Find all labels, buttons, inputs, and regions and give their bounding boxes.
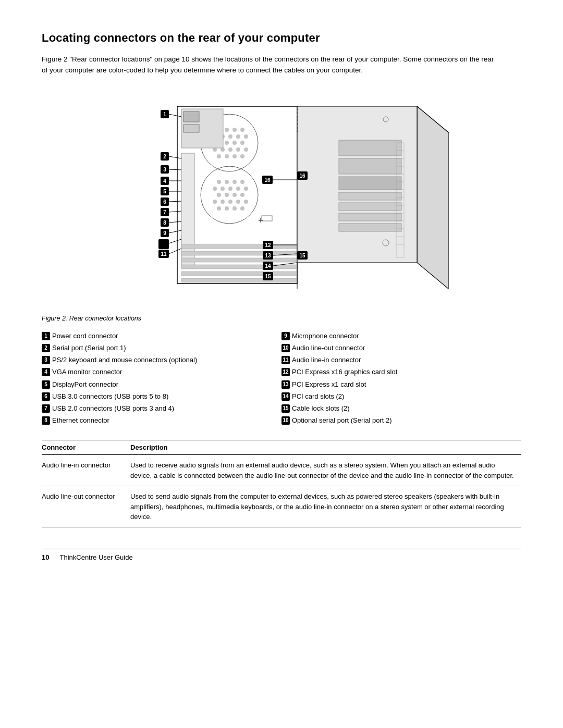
connector-item-label: Optional serial port (Serial port 2) <box>292 416 391 425</box>
svg-point-44 <box>213 200 217 204</box>
connector-item: 6USB 3.0 connectors (USB ports 5 to 8) <box>42 392 282 401</box>
num-badge: 8 <box>42 416 50 425</box>
connector-item-label: Audio line-in connector <box>292 355 361 365</box>
num-badge: 11 <box>282 356 290 364</box>
svg-rect-89 <box>181 278 297 282</box>
connector-item-label: Power cord connector <box>52 331 118 341</box>
connector-item-label: PS/2 keyboard and mouse connectors (opti… <box>52 355 197 365</box>
svg-rect-90 <box>158 241 169 249</box>
svg-point-51 <box>232 206 237 211</box>
svg-rect-100 <box>339 224 401 231</box>
connector-item-label: Ethernet connector <box>52 416 109 425</box>
table-row: Audio line-in connector Used to receive … <box>42 455 521 486</box>
svg-line-59 <box>169 169 181 170</box>
connector-list-right: 9Microphone connector10Audio line-out co… <box>282 331 521 426</box>
svg-point-49 <box>217 206 221 211</box>
svg-point-35 <box>213 187 217 191</box>
svg-point-43 <box>240 193 244 197</box>
svg-point-12 <box>225 141 229 145</box>
table-cell-description: Used to receive audio signals from an ex… <box>130 455 521 486</box>
num-badge: 2 <box>42 344 50 352</box>
connector-item: 2Serial port (Serial port 1) <box>42 343 282 353</box>
connector-item-label: PCI Express x1 card slot <box>292 380 366 389</box>
connector-item: 10Audio line-out connector <box>282 343 521 353</box>
svg-line-56 <box>169 156 181 158</box>
connector-item: 1Power cord connector <box>42 331 282 341</box>
table-cell-description: Used to send audio signals from the comp… <box>130 486 521 528</box>
svg-point-39 <box>244 187 248 191</box>
svg-point-19 <box>244 147 248 152</box>
connector-item: 11Audio line-in connector <box>282 355 521 365</box>
svg-text:9: 9 <box>163 230 166 236</box>
num-badge: 6 <box>42 392 50 401</box>
connector-item-label: PCI Express x16 graphics card slot <box>292 367 397 377</box>
svg-line-77 <box>169 230 181 233</box>
svg-rect-99 <box>339 213 401 221</box>
num-badge: 14 <box>282 392 290 401</box>
svg-point-38 <box>236 187 240 191</box>
page-label-text: ThinkCentre User Guide <box>59 553 132 561</box>
num-badge: 15 <box>282 404 290 413</box>
svg-rect-86 <box>181 258 297 262</box>
num-badge: 1 <box>42 332 50 340</box>
connector-item-label: Microphone connector <box>292 331 359 341</box>
svg-text:8: 8 <box>163 220 166 226</box>
svg-rect-96 <box>339 177 401 190</box>
svg-line-74 <box>169 221 181 223</box>
svg-line-71 <box>169 211 181 212</box>
intro-paragraph: Figure 2 "Rear connector locations" on p… <box>42 54 500 76</box>
svg-point-32 <box>225 180 229 184</box>
figure-caption: Figure 2. Rear connector locations <box>42 315 521 322</box>
svg-point-17 <box>228 147 232 152</box>
svg-text:6: 6 <box>163 199 166 205</box>
svg-point-50 <box>225 206 229 211</box>
connector-item-label: Audio line-out connector <box>292 343 365 353</box>
svg-point-4 <box>232 128 237 132</box>
connector-list: 1Power cord connector2Serial port (Seria… <box>42 331 521 426</box>
connector-item: 3PS/2 keyboard and mouse connectors (opt… <box>42 355 282 365</box>
svg-point-47 <box>236 200 240 204</box>
num-badge: 10 <box>282 344 290 352</box>
svg-text:15: 15 <box>265 274 271 279</box>
svg-rect-97 <box>339 192 401 200</box>
num-badge: 7 <box>42 404 50 413</box>
connector-list-left: 1Power cord connector2Serial port (Seria… <box>42 331 282 426</box>
connector-item: 8Ethernet connector <box>42 416 282 425</box>
svg-point-33 <box>232 180 237 184</box>
svg-point-31 <box>217 180 221 184</box>
svg-point-37 <box>228 187 232 191</box>
svg-point-23 <box>240 154 244 158</box>
svg-text:12: 12 <box>265 242 271 248</box>
svg-point-34 <box>240 180 244 184</box>
svg-rect-98 <box>339 203 401 211</box>
connector-item-label: VGA monitor connector <box>52 367 122 377</box>
svg-point-21 <box>225 154 229 158</box>
connector-item: 5DisplayPort connector <box>42 380 282 389</box>
num-badge: 5 <box>42 380 50 389</box>
svg-point-48 <box>244 200 248 204</box>
connector-item: 12PCI Express x16 graphics card slot <box>282 367 521 377</box>
page-title: Locating connectors on the rear of your … <box>42 31 521 45</box>
svg-point-52 <box>240 206 244 211</box>
svg-rect-95 <box>339 158 401 174</box>
svg-marker-92 <box>417 106 448 289</box>
table-header-description: Description <box>130 440 521 455</box>
svg-point-41 <box>225 193 229 197</box>
svg-text:7: 7 <box>163 209 166 215</box>
svg-text:16: 16 <box>264 177 271 183</box>
num-badge: 3 <box>42 356 50 364</box>
connector-item-label: DisplayPort connector <box>52 380 118 389</box>
svg-point-30 <box>201 166 258 224</box>
connector-item: 4VGA monitor connector <box>42 367 282 377</box>
diagram-area: 1 2 3 4 5 6 <box>42 91 521 310</box>
num-badge: 13 <box>282 380 290 389</box>
svg-point-22 <box>232 154 237 158</box>
svg-text:4: 4 <box>163 178 166 184</box>
svg-point-36 <box>221 187 225 191</box>
num-badge: 12 <box>282 368 290 376</box>
svg-line-80 <box>169 239 181 243</box>
connector-item: 16Optional serial port (Serial port 2) <box>282 416 521 425</box>
svg-rect-53 <box>181 153 194 268</box>
table-cell-connector: Audio line-out connector <box>42 486 130 528</box>
description-table: Connector Description Audio line-in conn… <box>42 440 521 528</box>
